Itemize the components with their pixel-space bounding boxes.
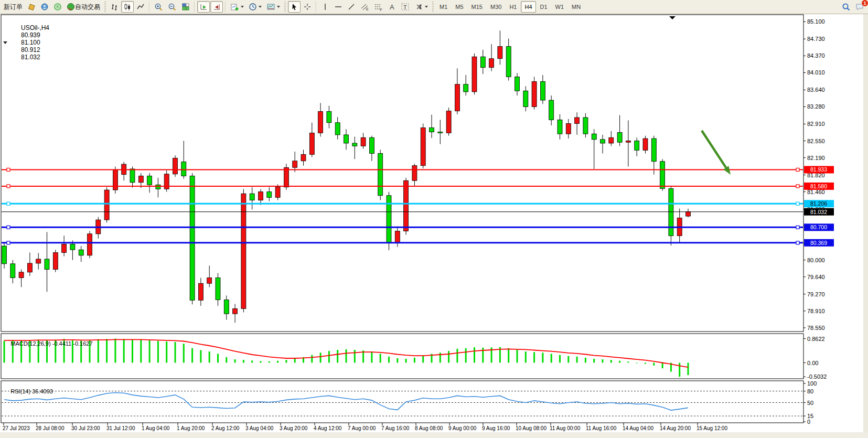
zoom-out-button[interactable]	[166, 1, 179, 13]
auto-scroll-button[interactable]	[197, 1, 210, 13]
macd-bar	[200, 350, 201, 363]
timeframe-m5-button[interactable]: M5	[452, 1, 467, 13]
main-toolbar: 新订单 自动交易	[0, 0, 868, 14]
macd-bar	[653, 363, 655, 366]
autotrading-icon	[67, 3, 75, 11]
candle-body-up	[233, 308, 238, 314]
level-handle[interactable]	[7, 226, 10, 229]
candle-body-down	[583, 117, 588, 134]
timeframe-h4-button[interactable]: H4	[521, 1, 535, 13]
text-label-tool-button[interactable]: T	[399, 1, 412, 13]
rsi-pane[interactable]	[1, 381, 803, 423]
price-tick-label: 82.550	[807, 138, 825, 144]
cursor-tool-button[interactable]	[288, 1, 301, 13]
timeframe-d1-button[interactable]: D1	[537, 1, 551, 13]
chart-window[interactable]: 85.10084.73084.37084.01083.64083.28082.9…	[0, 14, 868, 438]
time-tick-label: 4 Aug 12:00	[314, 425, 342, 431]
candle-body-up	[446, 111, 451, 133]
add-indicator-button[interactable]	[228, 1, 246, 13]
notification-badge: 1	[861, 0, 868, 7]
tile-windows-button[interactable]	[179, 1, 192, 13]
candle-body-down	[190, 176, 195, 300]
chart-canvas[interactable]: 85.10084.73084.37084.01083.64083.28082.9…	[0, 14, 868, 438]
candle-body-down	[352, 143, 357, 146]
rsi-tick-label: 0	[807, 419, 810, 425]
macd-pane[interactable]	[1, 334, 803, 379]
candle-body-down	[224, 300, 229, 314]
level-handle[interactable]	[796, 185, 799, 188]
candle-body-down	[130, 169, 135, 183]
candle-body-down	[147, 176, 152, 185]
timeframe-w1-button[interactable]: W1	[552, 1, 568, 13]
candle-body-up	[498, 47, 502, 59]
candle-body-down	[344, 135, 349, 143]
macd-bar	[610, 360, 612, 362]
line-chart-icon	[136, 3, 145, 11]
macd-bar	[166, 341, 167, 363]
timeframe-m30-button[interactable]: M30	[487, 1, 505, 13]
bar-chart-mode-button[interactable]	[108, 1, 121, 13]
time-axis: 27 Jul 202328 Jul 08:0030 Jul 23:0031 Ju…	[3, 423, 727, 431]
community-button[interactable]	[38, 1, 51, 13]
zoom-out-icon	[168, 3, 177, 12]
zoom-in-button[interactable]	[152, 1, 165, 13]
market-button[interactable]	[25, 1, 38, 13]
level-handle[interactable]	[796, 202, 799, 205]
price-tag-label: 81.206	[810, 200, 827, 207]
macd-bar	[508, 348, 509, 363]
level-handle[interactable]	[796, 168, 799, 171]
macd-bar	[576, 357, 578, 363]
notifications-button[interactable]: 1	[853, 1, 866, 13]
new-order-label: 新订单	[4, 3, 23, 12]
trendline-tool-button[interactable]	[345, 1, 358, 13]
candle-body-up	[198, 283, 203, 300]
new-order-button[interactable]: 新订单	[2, 1, 25, 13]
macd-bar	[269, 361, 270, 363]
fibonacci-icon: F	[374, 3, 383, 11]
level-handle[interactable]	[7, 185, 10, 188]
macd-bar	[593, 359, 595, 362]
search-button[interactable]	[840, 1, 853, 13]
candle-body-down	[635, 141, 639, 151]
line-chart-mode-button[interactable]	[134, 1, 147, 13]
tile-windows-icon	[181, 3, 190, 11]
candle-body-down	[438, 132, 443, 133]
signals-button[interactable]	[51, 1, 64, 13]
candle-body-up	[259, 192, 263, 200]
timeframe-m1-button[interactable]: M1	[436, 1, 451, 13]
macd-bar	[217, 354, 219, 362]
vertical-line-tool-button[interactable]	[319, 1, 331, 13]
candle-body-down	[592, 134, 596, 140]
macd-bar	[533, 352, 535, 362]
fibonacci-tool-button[interactable]: F	[372, 1, 385, 13]
level-handle[interactable]	[796, 241, 799, 244]
crosshair-tool-button[interactable]	[301, 1, 314, 13]
chart-shift-button[interactable]	[210, 1, 223, 13]
level-handle[interactable]	[796, 226, 799, 229]
time-tick-label: 1 Aug 20:00	[177, 425, 205, 431]
candle-body-down	[2, 246, 7, 264]
time-tick-label: 3 Aug 20:00	[280, 425, 308, 431]
timeframe-h1-button[interactable]: H1	[506, 1, 520, 13]
timeframe-mn-button[interactable]: MN	[568, 1, 584, 13]
candlestick-mode-button[interactable]	[121, 1, 134, 13]
collapse-triangle-icon[interactable]	[3, 41, 7, 44]
horizontal-line-tool-button[interactable]	[332, 1, 345, 13]
channel-tool-button[interactable]: E	[358, 1, 371, 13]
text-tool-button[interactable]: A	[385, 1, 398, 13]
arrows-tool-button[interactable]	[413, 1, 430, 13]
periods-button[interactable]	[247, 1, 264, 13]
autotrading-button[interactable]: 自动交易	[65, 1, 102, 13]
candle-body-down	[378, 154, 383, 196]
macd-bar	[448, 351, 449, 362]
community-icon	[40, 3, 49, 11]
level-handle[interactable]	[7, 202, 10, 205]
level-handle[interactable]	[7, 241, 10, 244]
timeframe-m15-button[interactable]: M15	[468, 1, 486, 13]
chevron-down-icon	[241, 6, 244, 8]
time-tick-label: 30 Jul 23:00	[71, 425, 100, 431]
template-button[interactable]	[264, 1, 282, 13]
ohlc-close: 81.032	[21, 54, 40, 61]
level-handle[interactable]	[7, 168, 10, 171]
candle-body-up	[575, 117, 580, 124]
